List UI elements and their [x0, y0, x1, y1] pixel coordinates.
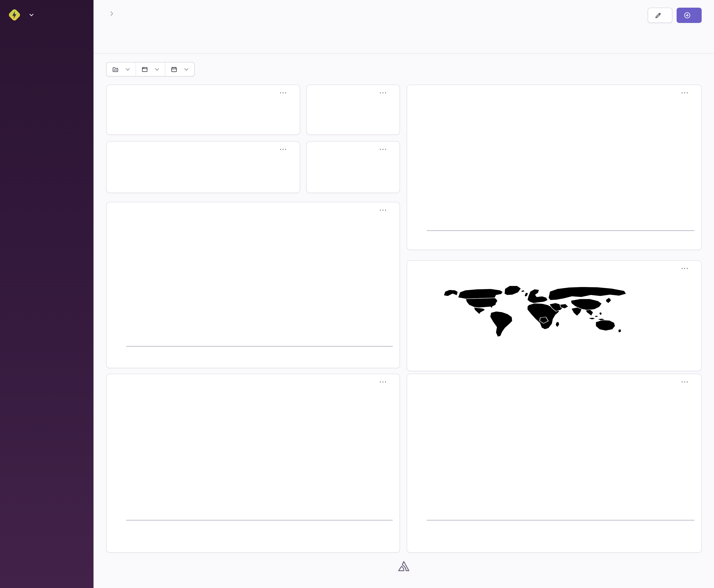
environment-filter[interactable]: [135, 63, 165, 76]
chart-plot: [427, 117, 694, 231]
sentry-logo: [396, 560, 411, 574]
widget-web-vitals: ⋯: [106, 202, 400, 368]
edit-dashboard-button[interactable]: [648, 8, 672, 23]
app: ⋯ ⋯ ⋯ ⋯ ⋯ ⋯ ⋯: [0, 0, 714, 588]
chart-plot: [126, 406, 393, 520]
widget-key-page-performance: ⋯: [407, 85, 702, 250]
chevron-down-icon: [125, 68, 130, 71]
window-icon: [142, 66, 148, 72]
page-footer: [106, 560, 701, 578]
chevron-down-icon: [184, 68, 189, 71]
org-switcher[interactable]: [0, 0, 93, 28]
add-widget-button[interactable]: [677, 8, 702, 23]
chart-plot: [427, 406, 694, 520]
chevron-right-icon: [110, 11, 113, 16]
map-scale-bar: [682, 280, 688, 340]
widget-user-misery: ⋯: [407, 374, 702, 553]
project-filter[interactable]: [107, 63, 135, 76]
pencil-icon: [655, 12, 661, 19]
chevron-down-icon: [29, 14, 34, 16]
widget-failure-rate: ⋯: [106, 141, 300, 193]
header-divider: [93, 53, 714, 54]
org-avatar: [7, 7, 22, 23]
folder-code-icon: [112, 66, 118, 72]
widget-menu-icon[interactable]: ⋯: [379, 380, 387, 384]
world-map: [437, 283, 628, 350]
breadcrumb: [106, 11, 117, 16]
widget-traffic-by-country: ⋯: [407, 260, 702, 371]
widget-delivery-velocity: ⋯: [106, 374, 400, 553]
widget-menu-icon[interactable]: ⋯: [279, 147, 287, 151]
widget-menu-icon[interactable]: ⋯: [379, 90, 387, 95]
widget-menu-icon[interactable]: ⋯: [681, 266, 689, 270]
widget-menu-icon[interactable]: ⋯: [279, 90, 287, 95]
map-color-scale: [679, 277, 690, 343]
widget-active-users: ⋯: [106, 85, 300, 135]
widget-menu-icon[interactable]: ⋯: [379, 147, 387, 151]
chevron-down-icon: [155, 68, 159, 71]
widget-menu-icon[interactable]: ⋯: [379, 208, 387, 212]
widget-menu-icon[interactable]: ⋯: [681, 90, 689, 95]
widget-menu-icon[interactable]: ⋯: [681, 380, 689, 384]
chart-plot: [126, 233, 393, 346]
sidebar: [0, 0, 93, 588]
date-range-filter[interactable]: [165, 63, 194, 76]
filter-bar: [106, 62, 195, 77]
widget-total-errors: ⋯: [306, 141, 400, 193]
widget-total-issues: ⋯: [306, 85, 400, 135]
plus-circle-icon: [684, 12, 691, 19]
calendar-icon: [171, 66, 177, 72]
